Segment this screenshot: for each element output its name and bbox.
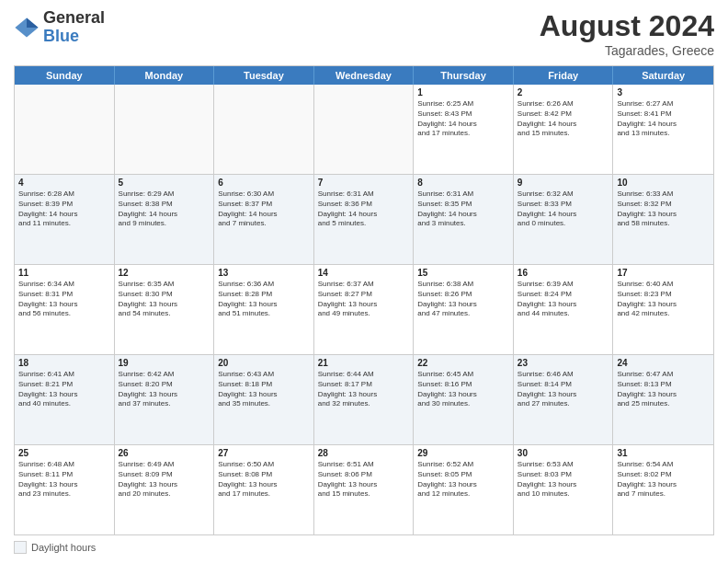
cell-info: Sunrise: 6:39 AM Sunset: 8:24 PM Dayligh…: [518, 280, 609, 319]
cell-info: Sunrise: 6:32 AM Sunset: 8:33 PM Dayligh…: [518, 190, 609, 229]
day-number: 19: [119, 358, 210, 368]
day-number: 4: [18, 178, 110, 188]
calendar-cell: 9Sunrise: 6:32 AM Sunset: 8:33 PM Daylig…: [514, 175, 614, 264]
calendar-cell: [15, 85, 115, 174]
day-number: 7: [318, 178, 410, 188]
day-number: 15: [417, 268, 509, 278]
day-number: 8: [417, 178, 509, 188]
legend-label: Daylight hours: [31, 542, 96, 553]
calendar-cell: 19Sunrise: 6:42 AM Sunset: 8:20 PM Dayli…: [115, 355, 215, 444]
calendar-cell: 14Sunrise: 6:37 AM Sunset: 8:27 PM Dayli…: [314, 265, 415, 354]
calendar-cell: 2Sunrise: 6:26 AM Sunset: 8:42 PM Daylig…: [514, 85, 614, 174]
month-year-title: August 2024: [540, 9, 714, 43]
header: General Blue August 2024 Tagarades, Gree…: [14, 9, 714, 58]
cell-info: Sunrise: 6:40 AM Sunset: 8:23 PM Dayligh…: [617, 280, 710, 319]
calendar-cell: 21Sunrise: 6:44 AM Sunset: 8:17 PM Dayli…: [314, 355, 415, 444]
day-number: 9: [518, 178, 609, 188]
calendar-week-3: 18Sunrise: 6:41 AM Sunset: 8:21 PM Dayli…: [15, 355, 713, 445]
page: General Blue August 2024 Tagarades, Gree…: [0, 0, 728, 563]
day-number: 29: [417, 448, 509, 458]
day-number: 14: [318, 268, 410, 278]
day-number: 20: [218, 358, 310, 368]
cell-info: Sunrise: 6:31 AM Sunset: 8:36 PM Dayligh…: [318, 190, 410, 229]
calendar-cell: 30Sunrise: 6:53 AM Sunset: 8:03 PM Dayli…: [514, 445, 614, 534]
calendar-cell: 16Sunrise: 6:39 AM Sunset: 8:24 PM Dayli…: [514, 265, 614, 354]
cell-info: Sunrise: 6:31 AM Sunset: 8:35 PM Dayligh…: [417, 190, 509, 229]
day-number: 1: [417, 87, 509, 98]
calendar-cell: 18Sunrise: 6:41 AM Sunset: 8:21 PM Dayli…: [15, 355, 115, 444]
svg-marker-1: [27, 17, 39, 28]
logo: General Blue: [14, 9, 105, 46]
calendar-week-1: 4Sunrise: 6:28 AM Sunset: 8:39 PM Daylig…: [15, 175, 713, 265]
calendar-cell: 1Sunrise: 6:25 AM Sunset: 8:43 PM Daylig…: [414, 85, 514, 174]
cell-info: Sunrise: 6:36 AM Sunset: 8:28 PM Dayligh…: [218, 280, 310, 319]
header-day-thursday: Thursday: [414, 66, 514, 85]
cell-info: Sunrise: 6:42 AM Sunset: 8:20 PM Dayligh…: [119, 370, 210, 409]
cell-info: Sunrise: 6:52 AM Sunset: 8:05 PM Dayligh…: [417, 460, 509, 500]
calendar-cell: [115, 85, 215, 174]
calendar-cell: 15Sunrise: 6:38 AM Sunset: 8:26 PM Dayli…: [414, 265, 514, 354]
cell-info: Sunrise: 6:34 AM Sunset: 8:31 PM Dayligh…: [18, 280, 110, 319]
cell-info: Sunrise: 6:53 AM Sunset: 8:03 PM Dayligh…: [518, 460, 609, 500]
header-day-wednesday: Wednesday: [314, 66, 415, 85]
cell-info: Sunrise: 6:27 AM Sunset: 8:41 PM Dayligh…: [617, 99, 710, 139]
calendar-cell: 29Sunrise: 6:52 AM Sunset: 8:05 PM Dayli…: [414, 445, 514, 534]
cell-info: Sunrise: 6:41 AM Sunset: 8:21 PM Dayligh…: [18, 370, 110, 409]
calendar-cell: 4Sunrise: 6:28 AM Sunset: 8:39 PM Daylig…: [15, 175, 115, 264]
title-area: August 2024 Tagarades, Greece: [540, 9, 714, 58]
logo-icon: [14, 15, 40, 40]
calendar-cell: 7Sunrise: 6:31 AM Sunset: 8:36 PM Daylig…: [314, 175, 415, 264]
location-title: Tagarades, Greece: [540, 43, 714, 58]
cell-info: Sunrise: 6:45 AM Sunset: 8:16 PM Dayligh…: [417, 370, 509, 409]
calendar: SundayMondayTuesdayWednesdayThursdayFrid…: [14, 65, 714, 535]
calendar-week-2: 11Sunrise: 6:34 AM Sunset: 8:31 PM Dayli…: [15, 265, 713, 355]
cell-info: Sunrise: 6:51 AM Sunset: 8:06 PM Dayligh…: [318, 460, 410, 500]
cell-info: Sunrise: 6:35 AM Sunset: 8:30 PM Dayligh…: [119, 280, 210, 319]
calendar-cell: 8Sunrise: 6:31 AM Sunset: 8:35 PM Daylig…: [414, 175, 514, 264]
calendar-header: SundayMondayTuesdayWednesdayThursdayFrid…: [15, 66, 713, 85]
day-number: 5: [119, 178, 210, 188]
calendar-cell: 31Sunrise: 6:54 AM Sunset: 8:02 PM Dayli…: [613, 445, 713, 534]
day-number: 10: [617, 178, 710, 188]
cell-info: Sunrise: 6:48 AM Sunset: 8:11 PM Dayligh…: [18, 460, 110, 500]
logo-text: General Blue: [43, 9, 105, 46]
day-number: 16: [518, 268, 609, 278]
cell-info: Sunrise: 6:38 AM Sunset: 8:26 PM Dayligh…: [417, 280, 509, 319]
day-number: 3: [617, 87, 710, 98]
cell-info: Sunrise: 6:26 AM Sunset: 8:42 PM Dayligh…: [518, 99, 609, 139]
day-number: 12: [119, 268, 210, 278]
cell-info: Sunrise: 6:44 AM Sunset: 8:17 PM Dayligh…: [318, 370, 410, 409]
cell-info: Sunrise: 6:30 AM Sunset: 8:37 PM Dayligh…: [218, 190, 310, 229]
day-number: 23: [518, 358, 609, 368]
cell-info: Sunrise: 6:33 AM Sunset: 8:32 PM Dayligh…: [617, 190, 710, 229]
cell-info: Sunrise: 6:37 AM Sunset: 8:27 PM Dayligh…: [318, 280, 410, 319]
calendar-cell: 26Sunrise: 6:49 AM Sunset: 8:09 PM Dayli…: [115, 445, 215, 534]
calendar-week-4: 25Sunrise: 6:48 AM Sunset: 8:11 PM Dayli…: [15, 445, 713, 534]
calendar-cell: 12Sunrise: 6:35 AM Sunset: 8:30 PM Dayli…: [115, 265, 215, 354]
day-number: 17: [617, 268, 710, 278]
header-day-sunday: Sunday: [15, 66, 115, 85]
cell-info: Sunrise: 6:54 AM Sunset: 8:02 PM Dayligh…: [617, 460, 710, 500]
calendar-cell: 23Sunrise: 6:46 AM Sunset: 8:14 PM Dayli…: [514, 355, 614, 444]
calendar-cell: 11Sunrise: 6:34 AM Sunset: 8:31 PM Dayli…: [15, 265, 115, 354]
day-number: 6: [218, 178, 310, 188]
day-number: 2: [518, 87, 609, 98]
legend: Daylight hours: [14, 541, 714, 554]
day-number: 21: [318, 358, 410, 368]
cell-info: Sunrise: 6:29 AM Sunset: 8:38 PM Dayligh…: [119, 190, 210, 229]
cell-info: Sunrise: 6:43 AM Sunset: 8:18 PM Dayligh…: [218, 370, 310, 409]
calendar-cell: 28Sunrise: 6:51 AM Sunset: 8:06 PM Dayli…: [314, 445, 415, 534]
logo-general: General: [43, 9, 105, 28]
day-number: 18: [18, 358, 110, 368]
calendar-cell: 22Sunrise: 6:45 AM Sunset: 8:16 PM Dayli…: [414, 355, 514, 444]
day-number: 13: [218, 268, 310, 278]
calendar-cell: 3Sunrise: 6:27 AM Sunset: 8:41 PM Daylig…: [613, 85, 713, 174]
calendar-cell: [214, 85, 314, 174]
header-day-monday: Monday: [115, 66, 215, 85]
cell-info: Sunrise: 6:46 AM Sunset: 8:14 PM Dayligh…: [518, 370, 609, 409]
calendar-cell: 17Sunrise: 6:40 AM Sunset: 8:23 PM Dayli…: [613, 265, 713, 354]
calendar-cell: 13Sunrise: 6:36 AM Sunset: 8:28 PM Dayli…: [214, 265, 314, 354]
calendar-cell: 20Sunrise: 6:43 AM Sunset: 8:18 PM Dayli…: [214, 355, 314, 444]
header-day-friday: Friday: [514, 66, 614, 85]
day-number: 27: [218, 448, 310, 458]
